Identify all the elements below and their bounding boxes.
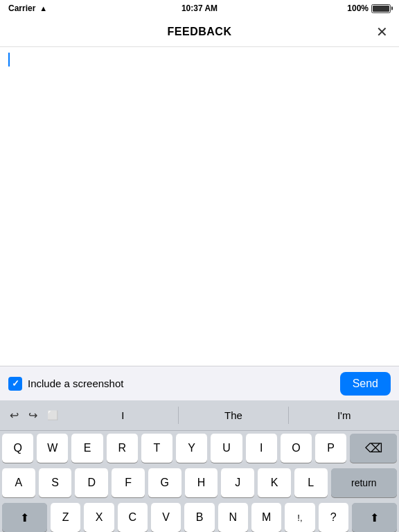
key-i[interactable]: I bbox=[246, 434, 277, 463]
key-g[interactable]: G bbox=[148, 468, 181, 497]
undo-button[interactable]: ↩ bbox=[6, 405, 23, 426]
key-h[interactable]: H bbox=[185, 468, 218, 497]
key-o[interactable]: O bbox=[281, 434, 312, 463]
key-c[interactable]: C bbox=[118, 503, 148, 532]
text-cursor bbox=[8, 53, 10, 66]
shift-key-left[interactable]: ⬆ bbox=[2, 503, 47, 532]
key-z[interactable]: Z bbox=[51, 503, 80, 532]
autocomplete-word-3[interactable]: I'm bbox=[288, 407, 399, 424]
battery-icon bbox=[371, 4, 391, 13]
key-question[interactable]: ? bbox=[319, 503, 348, 532]
key-x[interactable]: X bbox=[84, 503, 114, 532]
key-j[interactable]: J bbox=[221, 468, 254, 497]
key-e[interactable]: E bbox=[71, 434, 103, 463]
key-l[interactable]: L bbox=[294, 468, 328, 497]
key-q[interactable]: Q bbox=[2, 434, 33, 463]
key-row-2: A S D F G H J K L return bbox=[2, 468, 397, 497]
key-rows: Q W E R T Y U I O P ⌫ A S D F G H J K L … bbox=[0, 431, 399, 532]
key-v[interactable]: V bbox=[151, 503, 181, 532]
cut-button[interactable]: ⬜ bbox=[43, 406, 62, 425]
status-bar: Carrier ▲ 10:37 AM 100% bbox=[0, 0, 399, 17]
screenshot-left: ✓ Include a screenshot bbox=[8, 377, 123, 391]
key-w[interactable]: W bbox=[37, 434, 68, 463]
screenshot-bar: ✓ Include a screenshot Send bbox=[0, 366, 399, 400]
autocomplete-word-1[interactable]: I bbox=[68, 407, 178, 424]
key-exclaim-comma[interactable]: !, bbox=[285, 503, 314, 532]
key-k[interactable]: K bbox=[258, 468, 291, 497]
nav-title: FEEDBACK bbox=[168, 26, 232, 38]
key-r[interactable]: R bbox=[107, 434, 138, 463]
time-label: 10:37 AM bbox=[181, 3, 218, 13]
key-p[interactable]: P bbox=[315, 434, 346, 463]
status-right: 100% bbox=[347, 3, 391, 13]
key-row-1: Q W E R T Y U I O P ⌫ bbox=[2, 434, 397, 463]
return-key[interactable]: return bbox=[331, 468, 397, 497]
shift-key-right[interactable]: ⬆ bbox=[352, 503, 397, 532]
feedback-text-area[interactable] bbox=[0, 47, 399, 366]
battery-fill bbox=[373, 6, 389, 12]
key-f[interactable]: F bbox=[112, 468, 145, 497]
close-button[interactable]: ✕ bbox=[376, 25, 388, 39]
redo-button[interactable]: ↪ bbox=[24, 405, 42, 426]
wifi-icon: ▲ bbox=[39, 4, 47, 12]
undo-redo-group: ↩ ↪ ⬜ bbox=[0, 405, 68, 426]
key-row-3: ⬆ Z X C V B N M !, ? ⬆ bbox=[2, 503, 397, 532]
screenshot-checkbox[interactable]: ✓ bbox=[8, 377, 22, 391]
autocomplete-words: I The I'm bbox=[68, 407, 399, 424]
key-a[interactable]: A bbox=[2, 468, 35, 497]
screenshot-label: Include a screenshot bbox=[28, 378, 123, 389]
key-u[interactable]: U bbox=[211, 434, 242, 463]
checkbox-check-icon: ✓ bbox=[12, 378, 19, 389]
send-button[interactable]: Send bbox=[340, 372, 391, 396]
nav-bar: FEEDBACK ✕ bbox=[0, 17, 399, 47]
key-m[interactable]: M bbox=[251, 503, 281, 532]
key-y[interactable]: Y bbox=[176, 434, 207, 463]
carrier-label: Carrier bbox=[8, 3, 35, 13]
autocomplete-bar: ↩ ↪ ⬜ I The I'm bbox=[0, 400, 399, 431]
battery-percent: 100% bbox=[347, 3, 369, 13]
key-b[interactable]: B bbox=[184, 503, 214, 532]
key-n[interactable]: N bbox=[218, 503, 248, 532]
key-d[interactable]: D bbox=[75, 468, 108, 497]
autocomplete-word-2[interactable]: The bbox=[178, 407, 289, 424]
delete-key[interactable]: ⌫ bbox=[350, 434, 397, 463]
key-s[interactable]: S bbox=[39, 468, 72, 497]
keyboard: ↩ ↪ ⬜ I The I'm Q W E R T Y U I O P ⌫ A bbox=[0, 400, 399, 532]
key-t[interactable]: T bbox=[141, 434, 172, 463]
status-left: Carrier ▲ bbox=[8, 3, 47, 13]
